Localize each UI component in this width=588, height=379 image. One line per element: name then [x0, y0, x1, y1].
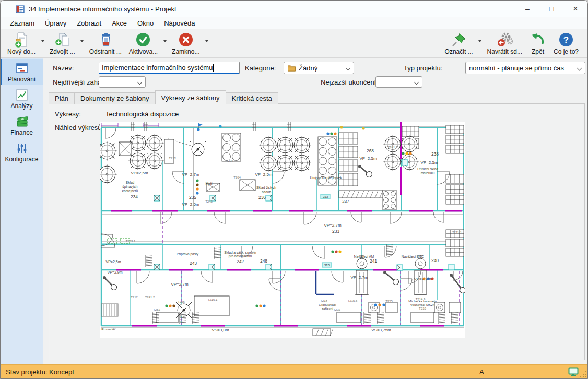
- svg-text:zařízení: zařízení: [322, 306, 333, 310]
- sidebar-item-finance[interactable]: Finance: [1, 112, 43, 138]
- dropdown-caret-oznacit[interactable]: [477, 22, 484, 57]
- toolbar-button-label: Zamkno...: [172, 48, 199, 55]
- toolbar-button-zdvojit[interactable]: Zdvojit ...: [46, 29, 79, 57]
- svg-text:238: 238: [431, 151, 439, 157]
- toolbar-button-label: Nový do...: [7, 48, 36, 55]
- svg-text:Granulovací: Granulovací: [319, 303, 336, 306]
- typ-projektu-label: Typ projektu:: [404, 64, 442, 72]
- svg-text:T232: T232: [333, 308, 340, 311]
- sidebar-item-label: Plánování: [1, 76, 42, 83]
- svg-text:VP=2,5m: VP=2,5m: [131, 171, 148, 175]
- svg-text:Navážecí AM: Navážecí AM: [354, 255, 374, 258]
- kategorie-label: Kategorie:: [245, 64, 276, 72]
- toolbar-button-oznacit[interactable]: Označit ...: [441, 29, 477, 57]
- ukonceni-select[interactable]: [375, 76, 422, 88]
- kategorie-select[interactable]: Žádný: [284, 62, 354, 74]
- typ-projektu-select[interactable]: normální - plánuje se přímo čas: [465, 62, 585, 74]
- sidebar-item-label: Konfigurace: [1, 156, 42, 163]
- svg-text:VP=2,7m: VP=2,7m: [324, 223, 341, 228]
- svg-text:kontejnerů: kontejnerů: [122, 189, 138, 193]
- maximize-button[interactable]: □: [539, 1, 563, 17]
- zahajeni-select[interactable]: [99, 76, 146, 88]
- svg-text:špinavých: špinavých: [123, 185, 138, 189]
- sidebar-item-analyzy[interactable]: Analýzy: [1, 86, 43, 112]
- dropdown-caret-zdvojit[interactable]: [79, 22, 86, 57]
- tab-vykresy-ze-sablony[interactable]: Výkresy ze šablony: [155, 90, 226, 104]
- svg-text:VS=3,75m: VS=3,75m: [371, 328, 391, 333]
- sidebar-item-label: Finance: [1, 129, 42, 136]
- toolbar-button-novy-dokument[interactable]: Nový do...: [4, 29, 39, 57]
- svg-text:T341.3: T341.3: [388, 146, 398, 149]
- app-window: 34 Implementace informačního systému - P…: [0, 0, 588, 379]
- ukonceni-label: Nejzazší ukončení:: [321, 78, 370, 86]
- status-indicator: A: [479, 368, 484, 376]
- svg-text:T213: T213: [169, 157, 176, 160]
- toolbar-button-odstranit[interactable]: Odstranit ...: [86, 29, 125, 57]
- svg-text:VP=2,7m: VP=2,7m: [350, 275, 368, 280]
- svg-text:T219: T219: [419, 306, 427, 310]
- tab-plan[interactable]: Plán: [49, 92, 75, 104]
- nazev-input[interactable]: Implementace informačního systému: [99, 62, 240, 74]
- chevron-down-icon: [346, 66, 351, 71]
- title-bar: 34 Implementace informačního systému - P…: [1, 1, 587, 17]
- sidebar-item-label: Analýzy: [1, 102, 42, 110]
- sidebar-item-planovani[interactable]: Plánování: [1, 59, 43, 85]
- toolbar-button-navratit[interactable]: Navrátit sd...: [484, 29, 526, 57]
- svg-text:Navážecí EXC: Navážecí EXC: [402, 255, 424, 258]
- svg-text:Sklad: Sklad: [126, 181, 135, 184]
- svg-text:233: 233: [332, 229, 339, 234]
- menu-item-zaznam[interactable]: Záznam: [5, 18, 40, 28]
- toolbar: Nový do...Zdvojit ...Odstranit ...Aktivo…: [1, 29, 587, 58]
- svg-text:242: 242: [237, 259, 244, 264]
- svg-text:Vousovací MK24: Vousovací MK24: [410, 303, 435, 306]
- menu-item-zobrazit[interactable]: Zobrazit: [72, 18, 107, 28]
- svg-text:T215.6: T215.6: [348, 299, 358, 302]
- main-content: Název: Implementace informačního systému…: [43, 58, 587, 364]
- dropdown-caret-novy-dokument[interactable]: [39, 22, 46, 57]
- svg-text:T212: T212: [131, 295, 138, 299]
- toolbar-button-co-je-to[interactable]: ?Co je to?: [550, 29, 582, 57]
- svg-text:T203.1: T203.1: [126, 240, 136, 243]
- svg-text:234: 234: [131, 194, 138, 199]
- sidebar-item-konfigurace[interactable]: Konfigurace: [1, 139, 43, 165]
- revert-icon: [496, 31, 513, 48]
- svg-text:235: 235: [189, 195, 196, 200]
- resize-grip[interactable]: [580, 371, 586, 377]
- typ-projektu-value: normální - plánuje se přímo čas: [469, 64, 564, 72]
- tab-kriticka-cesta[interactable]: Kritická cesta: [226, 92, 278, 104]
- svg-text:T214.9: T214.9: [416, 298, 426, 301]
- svg-text:Příprava pasty: Příprava pasty: [177, 252, 199, 256]
- svg-text:268: 268: [367, 148, 374, 153]
- menu-item-akce[interactable]: Akce: [107, 18, 132, 28]
- vykres-link[interactable]: Technologická dispozice: [105, 110, 179, 118]
- tab-dokumenty-ze-sablony[interactable]: Dokumenty ze šablony: [74, 92, 156, 104]
- svg-text:241: 241: [370, 258, 377, 264]
- new-document-icon: [13, 31, 30, 48]
- close-button[interactable]: ×: [563, 1, 587, 17]
- svg-text:Sklad a sáčk. surovin: Sklad a sáčk. surovin: [224, 251, 256, 254]
- svg-text:VP=2,5m: VP=2,5m: [255, 172, 272, 177]
- toolbar-button-aktivovat[interactable]: Aktivova...: [125, 29, 161, 57]
- toolbar-button-label: Navrátit sd...: [487, 48, 522, 55]
- text-caret: [213, 64, 214, 72]
- minimize-button[interactable]: –: [515, 1, 539, 17]
- dropdown-caret-aktivovat[interactable]: [161, 22, 168, 57]
- help-icon: ?: [558, 31, 574, 48]
- toolbar-button-label: Zpět: [532, 48, 544, 55]
- svg-text:237: 237: [342, 199, 349, 204]
- svg-text:T242: T242: [205, 200, 213, 203]
- toolbar-button-zpet[interactable]: Zpět: [526, 29, 550, 57]
- toolbar-button-label: Odstranit ...: [89, 48, 122, 55]
- svg-text:materiálu: materiálu: [421, 171, 435, 175]
- toolbar-button-label: Co je to?: [554, 48, 579, 55]
- drawing-preview: 333335VP=2,5mVP=2,7mVP=2,5mVP=2,5mVP=2,5…: [100, 122, 465, 338]
- nazev-value: Implementace informačního systému: [102, 64, 213, 72]
- dropdown-caret-zamknout[interactable]: [203, 22, 210, 57]
- folder-icon: [287, 64, 296, 72]
- configuration-icon: [15, 141, 29, 155]
- finance-icon: [15, 115, 29, 128]
- svg-text:T216.1: T216.1: [208, 298, 218, 301]
- svg-text:T211.1: T211.1: [452, 231, 462, 234]
- toolbar-button-zamknout[interactable]: Zamkno...: [168, 29, 203, 57]
- menu-item-okno[interactable]: Okno: [132, 18, 159, 28]
